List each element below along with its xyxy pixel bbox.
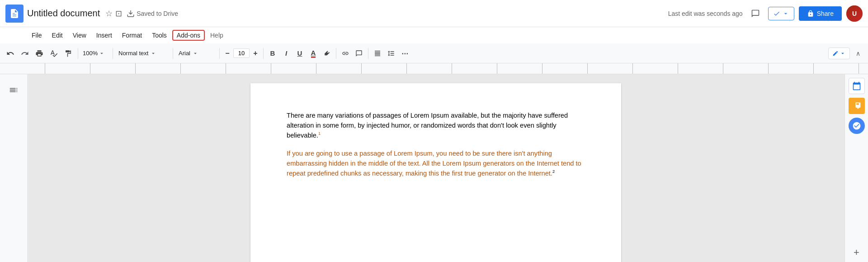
- present-button[interactable]: [768, 7, 794, 20]
- last-edit-text: Last edit was seconds ago: [668, 10, 743, 17]
- font-select[interactable]: Arial: [176, 48, 217, 58]
- doc-page-area[interactable]: There are many variations of passages of…: [27, 74, 844, 262]
- font-value: Arial: [179, 50, 190, 57]
- italic-button[interactable]: I: [280, 47, 292, 60]
- redo-button[interactable]: [18, 47, 32, 60]
- menu-file[interactable]: File: [27, 30, 47, 41]
- paint-format-button[interactable]: [61, 47, 75, 60]
- toolbar-divider-1: [78, 48, 78, 59]
- font-size-decrease[interactable]: −: [222, 48, 232, 58]
- zoom-select[interactable]: 100%: [81, 48, 110, 58]
- print-button[interactable]: [33, 47, 46, 60]
- sidebar-left: [0, 74, 27, 262]
- underline-button[interactable]: U: [293, 47, 306, 60]
- toolbar-divider-3: [173, 48, 173, 59]
- share-button[interactable]: Share: [799, 6, 842, 21]
- footnote-ref-1: 1: [318, 131, 321, 136]
- doc-title[interactable]: Untitled document: [27, 8, 100, 19]
- zoom-value: 100%: [83, 50, 98, 57]
- toolbar-divider-2: [113, 48, 113, 59]
- undo-button[interactable]: [4, 47, 17, 60]
- share-label: Share: [817, 10, 834, 17]
- bold-button[interactable]: B: [266, 47, 279, 60]
- spellcheck-button[interactable]: [47, 47, 61, 60]
- menu-insert[interactable]: Insert: [92, 30, 117, 41]
- toolbar-divider-6: [336, 48, 336, 59]
- top-bar-right: Last edit was seconds ago Share U: [668, 5, 863, 22]
- user-avatar[interactable]: U: [846, 5, 863, 22]
- keep-panel-icon[interactable]: [849, 98, 865, 114]
- content-area: There are many variations of passages of…: [0, 74, 868, 262]
- align-button[interactable]: [371, 47, 384, 60]
- star-icon[interactable]: ☆: [105, 9, 113, 19]
- tasks-panel-icon[interactable]: [849, 118, 865, 134]
- app-icon[interactable]: [5, 5, 24, 23]
- ruler-inner: [0, 63, 868, 74]
- folder-icon[interactable]: ⊡: [115, 9, 122, 19]
- comments-button[interactable]: [747, 5, 764, 22]
- toolbar: 100% Normal text Arial − 10 + B I U A: [0, 43, 868, 63]
- menu-tools[interactable]: Tools: [147, 30, 171, 41]
- paragraph-2: If you are going to use a passage of Lor…: [287, 148, 585, 178]
- font-size-input[interactable]: 10: [233, 48, 250, 58]
- title-icons: ☆ ⊡: [105, 9, 122, 19]
- line-spacing-button[interactable]: [385, 47, 397, 60]
- outline-icon[interactable]: [7, 83, 20, 97]
- menu-help[interactable]: Help: [206, 30, 228, 41]
- footnote-ref-2: 2: [552, 169, 555, 174]
- doc-page: There are many variations of passages of…: [250, 83, 621, 262]
- paragraph-style-select[interactable]: Normal text: [116, 48, 170, 58]
- calendar-panel-icon[interactable]: [849, 78, 865, 94]
- more-options-button[interactable]: ⋯: [398, 47, 411, 60]
- toolbar-divider-7: [368, 48, 368, 59]
- saved-text: Saved to Drive: [137, 10, 178, 17]
- sidebar-right: +: [844, 74, 868, 262]
- paragraph-2-text: If you are going to use a passage of Lor…: [287, 150, 581, 177]
- comment-button[interactable]: [353, 47, 365, 60]
- menu-format[interactable]: Format: [118, 30, 146, 41]
- menu-bar: File Edit View Insert Format Tools Add-o…: [0, 27, 868, 43]
- paragraph-1: There are many variations of passages of…: [287, 110, 585, 140]
- toolbar-divider-4: [219, 48, 220, 59]
- edit-mode-button[interactable]: [828, 48, 850, 59]
- font-size-control: − 10 +: [222, 48, 260, 58]
- paragraph-style-value: Normal text: [118, 50, 148, 57]
- menu-view[interactable]: View: [68, 30, 91, 41]
- font-size-increase[interactable]: +: [250, 48, 260, 58]
- menu-addons[interactable]: Add-ons: [172, 30, 205, 41]
- link-button[interactable]: [339, 47, 352, 60]
- saved-status: Saved to Drive: [127, 10, 178, 18]
- ruler: [0, 63, 868, 74]
- highlight-button[interactable]: [321, 47, 333, 60]
- collapse-toolbar-button[interactable]: ∧: [852, 47, 864, 60]
- text-color-button[interactable]: A: [307, 47, 320, 60]
- add-panel-button[interactable]: +: [854, 247, 859, 258]
- paragraph-1-text: There are many variations of passages of…: [287, 112, 568, 139]
- top-bar: Untitled document ☆ ⊡ Saved to Drive Las…: [0, 0, 868, 27]
- toolbar-divider-5: [263, 48, 264, 59]
- menu-edit[interactable]: Edit: [47, 30, 67, 41]
